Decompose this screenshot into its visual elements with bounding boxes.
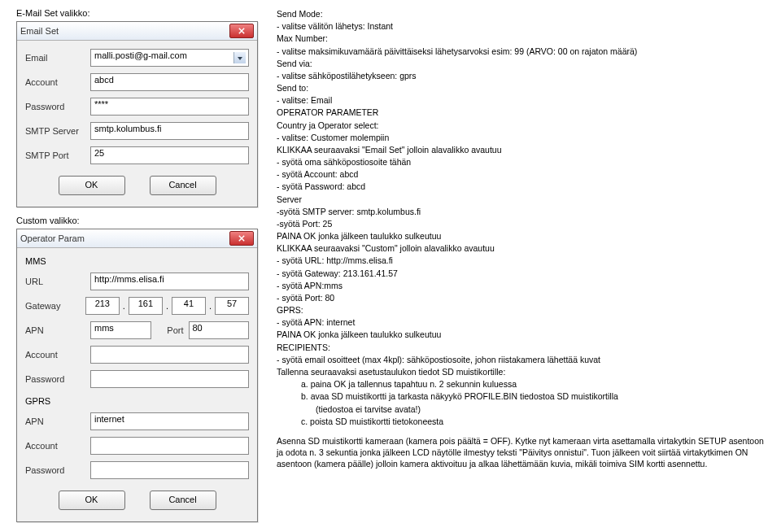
mms-password-field[interactable] bbox=[90, 370, 249, 388]
instr-line: PAINA OK jonka jälkeen taulukko sulkeutu… bbox=[277, 329, 765, 340]
smtp-port-field[interactable]: 25 bbox=[90, 146, 249, 164]
instr-line: - syötä APN:mms bbox=[277, 280, 765, 291]
gprs-apn-label: APN bbox=[25, 416, 90, 426]
instr-line: b. avaa SD muistikortti ja tarkasta näky… bbox=[277, 390, 765, 402]
account-field[interactable]: abcd bbox=[90, 73, 249, 91]
gprs-password-field[interactable] bbox=[90, 461, 249, 479]
mms-password-label: Password bbox=[25, 374, 90, 384]
instr-line: Send to: bbox=[277, 82, 765, 94]
custom-titlebar: Operator Param bbox=[17, 229, 257, 248]
instr-line: Send Mode: bbox=[277, 8, 765, 20]
instr-line: a. paina OK ja tallennus tapahtuu n. 2 s… bbox=[277, 378, 765, 390]
instr-line: Send via: bbox=[277, 58, 765, 69]
email-label: Email bbox=[25, 53, 90, 63]
apn-label: APN bbox=[25, 325, 90, 335]
url-field[interactable]: http://mms.elisa.fi bbox=[90, 273, 249, 290]
email-field[interactable]: malli.posti@g-mail.com bbox=[90, 49, 249, 67]
smtp-port-value: 25 bbox=[94, 148, 104, 158]
email-set-window: Email Set Email malli.posti@g-mail.com A… bbox=[16, 21, 258, 207]
gprs-apn-field[interactable]: internet bbox=[90, 412, 249, 430]
instr-line: GPRS: bbox=[277, 304, 765, 316]
custom-caption: Custom valikko: bbox=[16, 216, 260, 225]
gateway-seg1[interactable]: 213 bbox=[85, 297, 120, 315]
instr-line: RECIPIENTS: bbox=[277, 342, 765, 353]
instr-line: - valitse välitön lähetys: Instant bbox=[277, 20, 765, 32]
instructions: Send Mode: - valitse välitön lähetys: In… bbox=[277, 8, 765, 427]
gprs-password-label: Password bbox=[25, 465, 90, 475]
instr-line: - valitse maksimikuvamäärä päivittäiseks… bbox=[277, 46, 765, 57]
gateway-seg2[interactable]: 161 bbox=[129, 297, 163, 315]
instr-line: KLIKKAA seuraavaksi "Email Set" jolloin … bbox=[277, 144, 765, 155]
smtp-port-label: SMTP Port bbox=[25, 150, 90, 160]
port-label: Port bbox=[151, 325, 184, 335]
close-icon[interactable] bbox=[229, 24, 254, 38]
password-value: **** bbox=[94, 99, 108, 109]
instr-line: - syötä Password: abcd bbox=[277, 181, 765, 192]
instr-line: - valitse: Email bbox=[277, 94, 765, 106]
email-value: malli.posti@g-mail.com bbox=[94, 50, 187, 60]
instr-line: -syötä Port: 25 bbox=[277, 218, 765, 229]
apn-value: mms bbox=[94, 323, 114, 333]
gateway-seg3[interactable]: 41 bbox=[172, 297, 206, 315]
instr-line: - valitse: Customer molempiin bbox=[277, 132, 765, 143]
smtp-server-label: SMTP Server bbox=[25, 126, 90, 136]
paragraph-sd-instructions: Asenna SD muistikortti kameraan (kamera … bbox=[277, 435, 765, 470]
instr-line: - syötä Gateway: 213.161.41.57 bbox=[277, 268, 765, 279]
account-value: abcd bbox=[94, 75, 114, 85]
password-field[interactable]: **** bbox=[90, 98, 249, 116]
gprs-apn-value: internet bbox=[94, 414, 124, 424]
cancel-button[interactable]: Cancel bbox=[150, 491, 216, 510]
email-window-title: Email Set bbox=[20, 26, 229, 36]
gprs-section-label: GPRS bbox=[25, 396, 249, 406]
email-titlebar: Email Set bbox=[17, 22, 257, 41]
instr-line: -syötä SMTP server: smtp.kolumbus.fi bbox=[277, 206, 765, 217]
port-value: 80 bbox=[193, 323, 203, 333]
apn-field[interactable]: mms bbox=[90, 321, 151, 339]
password-label: Password bbox=[25, 102, 90, 111]
instr-line: PAINA OK jonka jälkeen taulukko sulkeutu… bbox=[277, 230, 765, 242]
instr-line: - valitse sähköpostilähetykseen: gprs bbox=[277, 70, 765, 81]
instr-line: (tiedostoa ei tarvitse avata!) bbox=[277, 403, 765, 415]
smtp-server-field[interactable]: smtp.kolumbus.fi bbox=[90, 122, 249, 140]
instr-line: Server bbox=[277, 194, 765, 205]
mms-account-label: Account bbox=[25, 350, 90, 360]
instr-line: - syötä email osoitteet (max 4kpl): sähk… bbox=[277, 354, 765, 365]
instr-line: OPERATOR PARAMETER bbox=[277, 107, 765, 118]
gprs-account-label: Account bbox=[25, 441, 90, 451]
mms-account-field[interactable] bbox=[90, 346, 249, 364]
instr-line: c. poista SD muistikortti tietokoneesta bbox=[277, 416, 765, 427]
smtp-server-value: smtp.kolumbus.fi bbox=[94, 124, 162, 133]
ok-button[interactable]: OK bbox=[59, 491, 125, 510]
custom-window-title: Operator Param bbox=[20, 233, 229, 243]
emailset-caption: E-Mail Set valikko: bbox=[16, 8, 260, 18]
operator-param-window: Operator Param MMS URL http://mms.elisa.… bbox=[16, 229, 258, 522]
url-value: http://mms.elisa.fi bbox=[94, 274, 164, 284]
instr-line: - syötä APN: internet bbox=[277, 316, 765, 328]
gateway-seg4[interactable]: 57 bbox=[215, 297, 249, 315]
port-field[interactable]: 80 bbox=[189, 321, 250, 339]
instr-line: - syötä oma sähköpostiosoite tähän bbox=[277, 156, 765, 168]
close-icon[interactable] bbox=[229, 231, 254, 246]
account-label: Account bbox=[25, 77, 90, 87]
cancel-button[interactable]: Cancel bbox=[150, 176, 216, 195]
mms-section-label: MMS bbox=[25, 256, 249, 266]
instr-line: KLIKKAA seuraavaksi "Custom" jolloin ala… bbox=[277, 242, 765, 254]
instr-line: Country ja Operator select: bbox=[277, 120, 765, 131]
gprs-account-field[interactable] bbox=[90, 437, 249, 455]
instr-line: - syötä Account: abcd bbox=[277, 168, 765, 180]
instr-line: - syötä URL: http://mms.elisa.fi bbox=[277, 255, 765, 266]
ok-button[interactable]: OK bbox=[59, 176, 125, 195]
instr-line: - syötä Port: 80 bbox=[277, 292, 765, 303]
url-label: URL bbox=[25, 277, 90, 286]
gateway-label: Gateway bbox=[25, 301, 85, 311]
instr-line: Tallenna seuraavaksi asetustaulukon tied… bbox=[277, 366, 765, 377]
instr-line: Max Number: bbox=[277, 33, 765, 44]
